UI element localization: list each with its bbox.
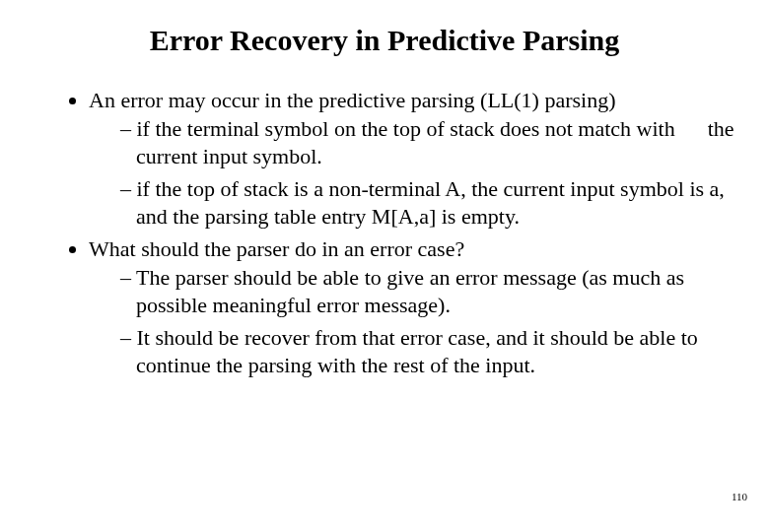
slide-content: An error may occur in the predictive par…: [0, 87, 769, 380]
bullet-item: What should the parser do in an error ca…: [89, 235, 749, 380]
sub-bullet-item: if the terminal symbol on the top of sta…: [120, 115, 749, 171]
bullet-text: What should the parser do in an error ca…: [89, 236, 464, 261]
sub-bullet-text: if the terminal symbol on the top of sta…: [136, 116, 734, 169]
sub-bullet-item: The parser should be able to give an err…: [120, 264, 749, 320]
sub-bullet-list: if the terminal symbol on the top of sta…: [89, 115, 749, 232]
slide: Error Recovery in Predictive Parsing An …: [0, 0, 769, 532]
sub-bullet-text: The parser should be able to give an err…: [136, 265, 684, 318]
page-number: 110: [732, 491, 747, 502]
sub-bullet-item: if the top of stack is a non-terminal A,…: [120, 175, 749, 232]
sub-bullet-text: It should be recover from that error cas…: [136, 325, 698, 378]
sub-bullet-text: if the top of stack is a non-terminal A,…: [136, 176, 725, 230]
bullet-list: An error may occur in the predictive par…: [59, 87, 749, 380]
sub-bullet-item: It should be recover from that error cas…: [120, 324, 749, 380]
slide-title: Error Recovery in Predictive Parsing: [0, 0, 769, 87]
bullet-text: An error may occur in the predictive par…: [89, 88, 616, 112]
sub-bullet-list: The parser should be able to give an err…: [89, 264, 749, 380]
bullet-item: An error may occur in the predictive par…: [89, 87, 749, 232]
